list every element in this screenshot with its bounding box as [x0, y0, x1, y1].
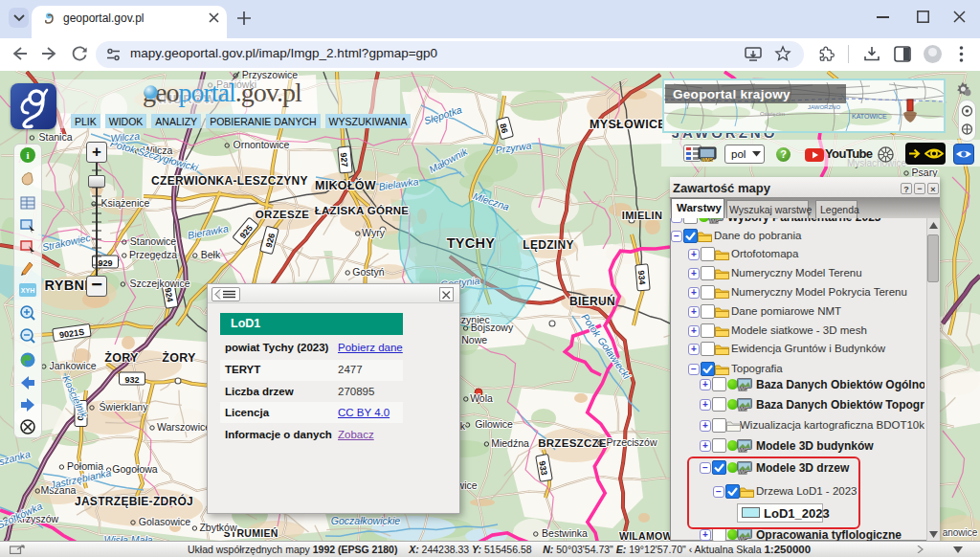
svg-text:ORZESZE: ORZESZE — [256, 209, 309, 220]
svg-text:IMIELIN: IMIELIN — [622, 210, 662, 221]
svg-text:934: 934 — [636, 270, 647, 285]
svg-text:Bojszowy: Bojszowy — [471, 322, 514, 333]
svg-text:Oświęcim: Oświęcim — [760, 111, 785, 117]
svg-text:LĘDZINY: LĘDZINY — [523, 238, 573, 252]
svg-text:XYH: XYH — [21, 287, 34, 294]
svg-text:Golasowice: Golasowice — [139, 516, 190, 527]
svg-text:i: i — [26, 149, 29, 161]
svg-text:Bestwinka: Bestwinka — [542, 527, 588, 539]
svg-text:BRZESZCZE: BRZESZCZE — [538, 437, 607, 449]
svg-text:JASTRZĘBIE-ZDRÓJ: JASTRZĘBIE-ZDRÓJ — [75, 494, 193, 508]
svg-text:MYSŁOWICE: MYSŁOWICE — [590, 118, 666, 131]
svg-text:Stanica: Stanica — [38, 131, 72, 143]
svg-text:WMS: WMS — [702, 157, 714, 163]
svg-text:BIERUŃ: BIERUŃ — [569, 294, 615, 308]
svg-text:ŻORY: ŻORY — [162, 350, 196, 365]
svg-text:CZERWIONKA-LESZCZYNY: CZERWIONKA-LESZCZYNY — [151, 174, 308, 188]
svg-text:Zbytków: Zbytków — [199, 522, 237, 533]
svg-text:ŁAZISKA GÓRNE: ŁAZISKA GÓRNE — [315, 205, 410, 216]
svg-text:Książenice: Książenice — [101, 197, 150, 209]
svg-text:KATOWICE: KATOWICE — [852, 113, 887, 120]
svg-text:WMS: WMS — [738, 448, 748, 453]
svg-text:WMS: WMS — [738, 387, 748, 391]
svg-text:JAWORZNO: JAWORZNO — [808, 104, 840, 110]
svg-text:927: 927 — [339, 152, 349, 167]
svg-text:Ornontowice: Ornontowice — [234, 139, 290, 150]
svg-text:WMS: WMS — [709, 219, 720, 224]
svg-text:anowice: anowice — [943, 527, 978, 538]
svg-text:Bełk: Bełk — [201, 249, 221, 260]
svg-text:Gilowice: Gilowice — [475, 418, 513, 430]
svg-text:Świerklany: Świerklany — [100, 401, 149, 412]
svg-text:Miedźna: Miedźna — [491, 437, 529, 449]
svg-text:Jankowice: Jankowice — [49, 360, 96, 371]
svg-text:Gostyń: Gostyń — [352, 266, 384, 278]
svg-text:Stanowice: Stanowice — [130, 235, 177, 247]
svg-text:Warszowice: Warszowice — [157, 421, 211, 433]
svg-text:ŻORY: ŻORY — [104, 350, 139, 365]
svg-text:Przegędza: Przegędza — [129, 249, 177, 260]
svg-text:Wyry: Wyry — [362, 227, 386, 238]
svg-text:Wola: Wola — [470, 392, 493, 404]
svg-text:WMS: WMS — [738, 407, 748, 412]
svg-text:Goczałkowickie: Goczałkowickie — [331, 515, 401, 526]
svg-text:Gogołowa: Gogołowa — [112, 463, 157, 475]
svg-text:MIKOŁÓW: MIKOŁÓW — [315, 178, 376, 192]
svg-text:932: 932 — [124, 375, 139, 385]
svg-text:Szczejkowice: Szczejkowice — [129, 278, 189, 289]
svg-text:TYCHY: TYCHY — [447, 235, 496, 251]
svg-text:Przeciszów: Przeciszów — [606, 436, 657, 448]
